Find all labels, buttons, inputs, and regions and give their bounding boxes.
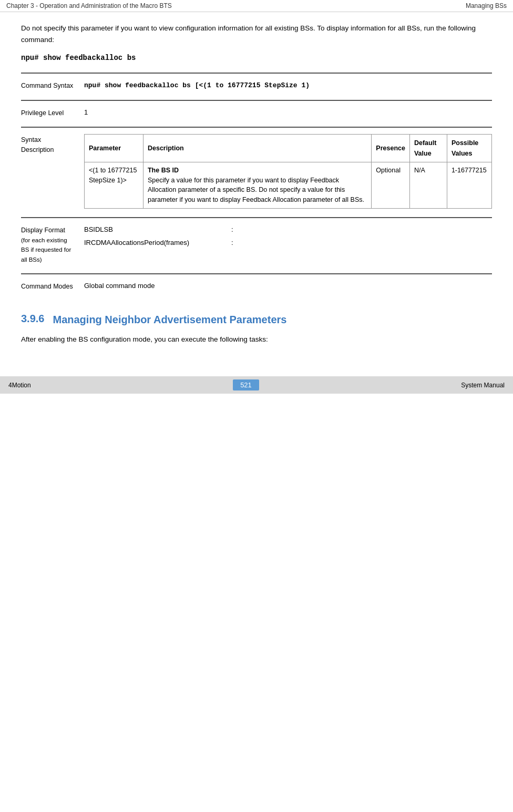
footer-left: 4Motion bbox=[8, 382, 31, 389]
page-header: Chapter 3 - Operation and Administration… bbox=[0, 0, 513, 12]
intro-command: npu# show feedbackalloc bs bbox=[21, 54, 492, 62]
header-chapter: Chapter 3 - Operation and Administration… bbox=[6, 2, 172, 9]
section-396-heading: 3.9.6 Managing Neighbor Advertisement Pa… bbox=[21, 313, 492, 326]
privilege-level-label: Privilege Level bbox=[21, 107, 84, 118]
display-format-content: BSIDLSB : IRCDMAAllocationsPeriod(frames… bbox=[84, 224, 492, 251]
format-field: IRCDMAAllocationsPeriod(frames) bbox=[84, 238, 231, 249]
cell-presence: Optional bbox=[372, 162, 410, 208]
col-presence: Presence bbox=[372, 134, 410, 162]
col-default-value: Default Value bbox=[409, 134, 447, 162]
section-title: Managing Neighbor Advertisement Paramete… bbox=[53, 313, 286, 326]
format-value: : bbox=[231, 224, 233, 235]
table-header-row: Parameter Description Presence Default V… bbox=[85, 134, 492, 162]
display-format-line: IRCDMAAllocationsPeriod(frames) : bbox=[84, 238, 492, 249]
syntax-description-label: Syntax Description bbox=[21, 134, 84, 155]
command-syntax-label: Command Syntax bbox=[21, 80, 84, 91]
section-after-text: After enabling the BS configuration mode… bbox=[21, 334, 492, 345]
syntax-description-table-container: Parameter Description Presence Default V… bbox=[84, 134, 492, 209]
syntax-description-section: Syntax Description Parameter Description… bbox=[21, 127, 492, 217]
privilege-level-section: Privilege Level 1 bbox=[21, 100, 492, 127]
cell-possible-values: 1-16777215 bbox=[447, 162, 491, 208]
format-field: BSIDLSB bbox=[84, 224, 231, 235]
col-description: Description bbox=[143, 134, 371, 162]
display-format-line: BSIDLSB : bbox=[84, 224, 492, 235]
display-format-label: Display Format (for each existing BS if … bbox=[21, 224, 84, 265]
intro-paragraph: Do not specify this parameter if you wan… bbox=[21, 23, 492, 45]
command-modes-value: Global command mode bbox=[84, 281, 492, 292]
syntax-table: Parameter Description Presence Default V… bbox=[84, 134, 492, 209]
command-modes-label: Command Modes bbox=[21, 281, 84, 292]
main-content: Do not specify this parameter if you wan… bbox=[0, 12, 513, 355]
col-possible-values: Possible Values bbox=[447, 134, 491, 162]
command-modes-section: Command Modes Global command mode bbox=[21, 273, 492, 300]
section-396: 3.9.6 Managing Neighbor Advertisement Pa… bbox=[21, 313, 492, 345]
footer-page-number: 521 bbox=[233, 379, 259, 390]
cell-parameter: <(1 to 16777215 StepSize 1)> bbox=[85, 162, 143, 208]
display-format-section: Display Format (for each existing BS if … bbox=[21, 217, 492, 273]
footer-right: System Manual bbox=[461, 382, 505, 389]
header-section: Managing BSs bbox=[466, 2, 507, 9]
command-syntax-value: npu# show feedbackalloc bs [<(1 to 16777… bbox=[84, 80, 492, 91]
section-number: 3.9.6 bbox=[21, 313, 44, 326]
cell-description: The BS ID Specify a value for this param… bbox=[143, 162, 371, 208]
page-footer: 4Motion 521 System Manual bbox=[0, 376, 513, 394]
table-row: <(1 to 16777215 StepSize 1)> The BS ID S… bbox=[85, 162, 492, 208]
col-parameter: Parameter bbox=[85, 134, 143, 162]
format-value: : bbox=[231, 238, 233, 249]
privilege-level-value: 1 bbox=[84, 107, 492, 118]
command-syntax-section: Command Syntax npu# show feedbackalloc b… bbox=[21, 73, 492, 100]
cell-default-value: N/A bbox=[409, 162, 447, 208]
